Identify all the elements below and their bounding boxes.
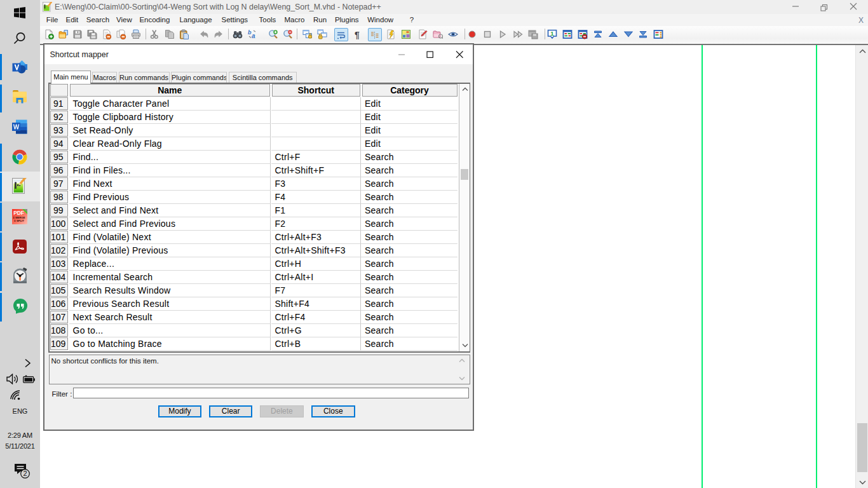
- svg-text:Σ MERGE: Σ MERGE: [13, 216, 25, 219]
- svg-text:2: 2: [23, 470, 27, 477]
- svg-text:a: a: [252, 32, 255, 39]
- svg-text:¶: ¶: [355, 30, 360, 40]
- svg-text:Σ SPLIT: Σ SPLIT: [14, 219, 24, 222]
- svg-text:PDF: PDF: [13, 210, 24, 216]
- svg-text:1: 1: [551, 30, 555, 37]
